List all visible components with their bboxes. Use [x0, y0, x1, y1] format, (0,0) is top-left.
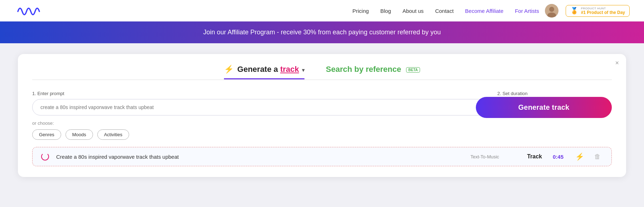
avatar[interactable]: [545, 4, 558, 18]
ph-label: PRODUCT HUNT: [581, 7, 625, 10]
prompt-label: 1. Enter prompt: [32, 91, 489, 96]
logo[interactable]: [14, 4, 43, 18]
medal-icon: 🏅: [570, 7, 578, 15]
prompt-input[interactable]: [32, 99, 489, 115]
banner-text: Join our Affiliate Program - receive 30%…: [203, 29, 441, 36]
track-duration: 0:45: [549, 154, 567, 160]
track-bolt-icon[interactable]: ⚡: [574, 152, 585, 161]
duration-label: 2. Set duration: [497, 91, 612, 96]
track-loading-spinner: [41, 153, 49, 161]
tab-generate-prefix: Generate a: [237, 65, 280, 74]
tab-search-label: Search by reference: [326, 65, 401, 74]
generate-track-button[interactable]: Generate track: [476, 97, 612, 118]
ph-title: #1 Product of the Day: [581, 10, 625, 15]
main-content: × ⚡ Generate a track ▾ Search by referen…: [0, 43, 644, 188]
prompt-group: 1. Enter prompt: [32, 91, 489, 115]
nav-about[interactable]: About us: [402, 8, 424, 14]
tab-search[interactable]: Search by reference BETA: [326, 65, 420, 79]
chip-activities[interactable]: Activities: [97, 129, 129, 140]
chip-row: Genres Moods Activities: [32, 129, 612, 140]
chip-moods[interactable]: Moods: [65, 129, 93, 140]
tabs-row: ⚡ Generate a track ▾ Search by reference…: [32, 65, 612, 80]
or-choose-label: or choose:: [32, 120, 612, 126]
nav-contact[interactable]: Contact: [435, 8, 454, 14]
logo-svg: [14, 4, 43, 16]
recent-track-row: Create a 80s inspired vaporwave track th…: [32, 147, 612, 166]
beta-badge: BETA: [406, 67, 420, 73]
affiliate-banner[interactable]: Join our Affiliate Program - receive 30%…: [0, 21, 644, 43]
generate-btn-wrap: Generate track: [476, 97, 612, 118]
nav-blog[interactable]: Blog: [380, 8, 391, 14]
track-title: Create a 80s inspired vaporwave track th…: [56, 154, 456, 160]
navbar: Pricing Blog About us Contact Become Aff…: [0, 0, 644, 21]
nav-for-artists[interactable]: For Artists: [515, 8, 539, 14]
bolt-icon: ⚡: [224, 65, 234, 74]
main-card: × ⚡ Generate a track ▾ Search by referen…: [18, 54, 626, 177]
nav-links: Pricing Blog About us Contact Become Aff…: [352, 8, 539, 14]
chip-genres[interactable]: Genres: [32, 129, 61, 140]
svg-point-1: [549, 7, 554, 12]
chevron-down-icon: ▾: [302, 67, 304, 73]
tab-generate-track: track: [280, 65, 299, 74]
tab-generate[interactable]: ⚡ Generate a track ▾: [224, 65, 304, 79]
ph-text: PRODUCT HUNT #1 Product of the Day: [581, 7, 625, 15]
close-button[interactable]: ×: [615, 60, 619, 66]
track-delete-icon[interactable]: 🗑: [592, 153, 603, 161]
product-hunt-badge[interactable]: 🏅 PRODUCT HUNT #1 Product of the Day: [566, 5, 630, 17]
nav-become-affiliate[interactable]: Become Affiliate: [465, 8, 503, 14]
track-tag: Text-To-Music: [463, 154, 506, 159]
track-label: Track: [513, 153, 542, 160]
nav-pricing[interactable]: Pricing: [352, 8, 369, 14]
